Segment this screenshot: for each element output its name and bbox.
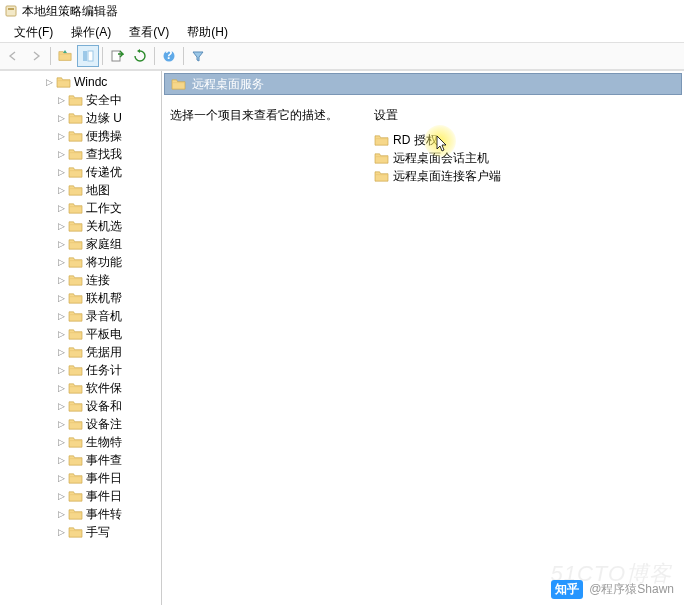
settings-pane: 设置 RD 授权远程桌面会话主机远程桌面连接客户端 51CTO博客 [370, 97, 684, 605]
folder-icon [68, 130, 83, 143]
description-pane: 选择一个项目来查看它的描述。 [162, 97, 370, 605]
folder-icon [171, 78, 186, 91]
settings-item[interactable]: RD 授权 [374, 132, 680, 149]
titlebar: 本地组策略编辑器 [0, 0, 684, 22]
show-hide-button[interactable] [77, 45, 99, 67]
folder-icon [68, 202, 83, 215]
tree-node[interactable]: ▷事件日 [0, 469, 161, 487]
tree-node[interactable]: ▷事件转 [0, 505, 161, 523]
folder-icon [68, 148, 83, 161]
tree-node[interactable]: ▷将功能 [0, 253, 161, 271]
folder-icon [68, 526, 83, 539]
folder-icon [374, 170, 389, 183]
menu-view[interactable]: 查看(V) [121, 22, 177, 43]
folder-icon [68, 472, 83, 485]
tree-node[interactable]: ▷边缘 U [0, 109, 161, 127]
tree-node[interactable]: ▷软件保 [0, 379, 161, 397]
nav-back-button [2, 45, 24, 67]
svg-rect-2 [83, 51, 87, 61]
toolbar: ? [0, 42, 684, 70]
menu-file[interactable]: 文件(F) [6, 22, 61, 43]
menu-help[interactable]: 帮助(H) [179, 22, 236, 43]
menu-action[interactable]: 操作(A) [63, 22, 119, 43]
content-header: 远程桌面服务 [164, 73, 682, 95]
tree-node[interactable]: ▷凭据用 [0, 343, 161, 361]
source-footer: 知乎 @程序猿Shawn [551, 580, 674, 599]
cursor-icon [436, 135, 450, 153]
folder-icon [68, 346, 83, 359]
folder-icon [68, 184, 83, 197]
svg-rect-0 [6, 6, 16, 16]
folder-icon [68, 256, 83, 269]
folder-icon [68, 166, 83, 179]
folder-icon [68, 274, 83, 287]
settings-title: 设置 [374, 107, 680, 124]
folder-icon [56, 76, 71, 89]
folder-icon [68, 364, 83, 377]
header-title: 远程桌面服务 [192, 76, 264, 93]
folder-icon [68, 508, 83, 521]
folder-icon [68, 238, 83, 251]
folder-icon [374, 152, 389, 165]
svg-rect-4 [112, 51, 120, 61]
tree-node[interactable]: ▷Windc [0, 73, 161, 91]
filter-button[interactable] [187, 45, 209, 67]
content-panel: 远程桌面服务 选择一个项目来查看它的描述。 设置 RD 授权远程桌面会话主机远程… [162, 71, 684, 605]
tree-node[interactable]: ▷设备注 [0, 415, 161, 433]
tree-node[interactable]: ▷事件日 [0, 487, 161, 505]
folder-icon [68, 292, 83, 305]
refresh-button[interactable] [129, 45, 151, 67]
up-button[interactable] [54, 45, 76, 67]
tree-node[interactable]: ▷平板电 [0, 325, 161, 343]
folder-icon [68, 418, 83, 431]
svg-text:?: ? [165, 49, 172, 62]
tree-node[interactable]: ▷录音机 [0, 307, 161, 325]
folder-icon [374, 134, 389, 147]
zhihu-badge: 知乎 [551, 580, 583, 599]
app-icon [4, 4, 18, 18]
menubar: 文件(F) 操作(A) 查看(V) 帮助(H) [0, 22, 684, 42]
folder-icon [68, 328, 83, 341]
tree-node[interactable]: ▷安全中 [0, 91, 161, 109]
svg-rect-1 [8, 8, 14, 10]
folder-icon [68, 112, 83, 125]
tree-node[interactable]: ▷地图 [0, 181, 161, 199]
export-button[interactable] [106, 45, 128, 67]
tree-node[interactable]: ▷查找我 [0, 145, 161, 163]
tree-node[interactable]: ▷便携操 [0, 127, 161, 145]
description-text: 选择一个项目来查看它的描述。 [170, 107, 362, 124]
folder-icon [68, 382, 83, 395]
settings-item[interactable]: 远程桌面会话主机 [374, 150, 680, 167]
tree-node[interactable]: ▷手写 [0, 523, 161, 541]
tree-node[interactable]: ▷传递优 [0, 163, 161, 181]
tree-node[interactable]: ▷生物特 [0, 433, 161, 451]
tree-node[interactable]: ▷事件查 [0, 451, 161, 469]
folder-icon [68, 94, 83, 107]
folder-icon [68, 436, 83, 449]
folder-icon [68, 220, 83, 233]
tree-node[interactable]: ▷连接 [0, 271, 161, 289]
folder-icon [68, 454, 83, 467]
tree-node[interactable]: ▷联机帮 [0, 289, 161, 307]
tree-node[interactable]: ▷关机选 [0, 217, 161, 235]
author-name: @程序猿Shawn [589, 581, 674, 598]
folder-icon [68, 310, 83, 323]
folder-icon [68, 400, 83, 413]
tree-node[interactable]: ▷设备和 [0, 397, 161, 415]
window-title: 本地组策略编辑器 [22, 3, 118, 20]
tree-panel[interactable]: ▷Windc ▷安全中▷边缘 U▷便携操▷查找我▷传递优▷地图▷工作文▷关机选▷… [0, 71, 162, 605]
folder-icon [68, 490, 83, 503]
help-button[interactable]: ? [158, 45, 180, 67]
tree-node[interactable]: ▷任务计 [0, 361, 161, 379]
settings-item[interactable]: 远程桌面连接客户端 [374, 168, 680, 185]
tree-node[interactable]: ▷工作文 [0, 199, 161, 217]
nav-forward-button [25, 45, 47, 67]
tree-node[interactable]: ▷家庭组 [0, 235, 161, 253]
svg-rect-3 [88, 51, 93, 61]
